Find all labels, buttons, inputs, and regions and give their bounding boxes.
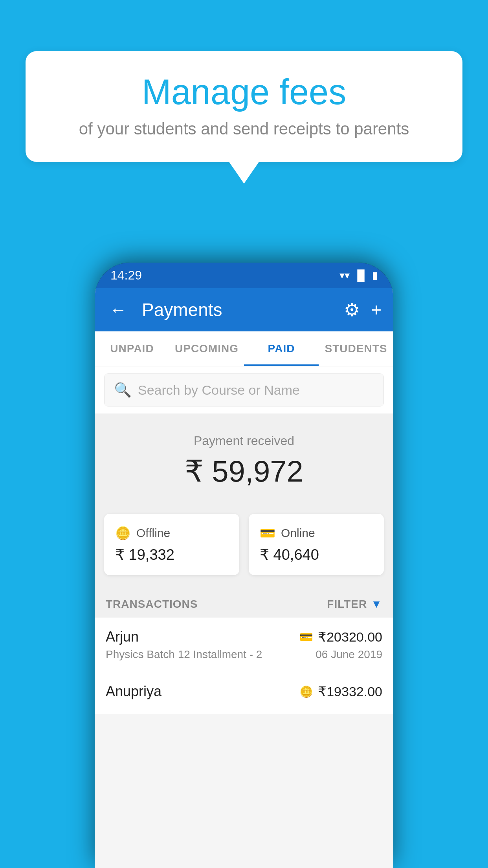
phone-frame: 14:29 ▾▾ ▐▌ ▮ ← Payments ⚙ + UNPAID UPCO… bbox=[95, 263, 393, 868]
back-button[interactable]: ← bbox=[106, 300, 130, 320]
search-placeholder: Search by Course or Name bbox=[138, 383, 300, 398]
battery-icon: ▮ bbox=[372, 269, 378, 281]
bubble-title: Manage fees bbox=[49, 73, 439, 112]
status-bar: 14:29 ▾▾ ▐▌ ▮ bbox=[95, 263, 393, 288]
online-amount: ₹ 40,640 bbox=[260, 546, 373, 563]
app-bar-icons: ⚙ + bbox=[344, 299, 382, 320]
transaction-row[interactable]: Anupriya 🪙 ₹19332.00 bbox=[95, 672, 393, 714]
offline-label: Offline bbox=[136, 526, 170, 540]
offline-amount: ₹ 19,332 bbox=[115, 546, 228, 563]
wifi-icon: ▾▾ bbox=[339, 269, 350, 281]
tab-upcoming[interactable]: UPCOMING bbox=[169, 331, 244, 366]
transactions-label: TRANSACTIONS bbox=[106, 598, 198, 611]
cards-row: 🪙 Offline ₹ 19,332 💳 Online ₹ 40,640 bbox=[95, 504, 393, 587]
online-icon: 💳 bbox=[260, 526, 275, 541]
online-card: 💳 Online ₹ 40,640 bbox=[249, 514, 384, 575]
transaction-name: Arjun bbox=[106, 629, 139, 645]
search-inner[interactable]: 🔍 Search by Course or Name bbox=[104, 373, 384, 406]
transaction-row[interactable]: Arjun 💳 ₹20320.00 Physics Batch 12 Insta… bbox=[95, 618, 393, 672]
offline-card: 🪙 Offline ₹ 19,332 bbox=[104, 514, 239, 575]
online-payment-icon: 💳 bbox=[299, 631, 313, 644]
transaction-amount: ₹20320.00 bbox=[318, 629, 382, 645]
transaction-top-2: Anupriya 🪙 ₹19332.00 bbox=[106, 683, 382, 700]
tab-unpaid[interactable]: UNPAID bbox=[95, 331, 169, 366]
filter-button[interactable]: FILTER ▼ bbox=[327, 598, 382, 611]
screen-content: 🔍 Search by Course or Name Payment recei… bbox=[95, 366, 393, 868]
payment-received-amount: ₹ 59,972 bbox=[106, 454, 382, 489]
status-time: 14:29 bbox=[110, 268, 142, 283]
transaction-amount-row: 💳 ₹20320.00 bbox=[299, 629, 382, 645]
app-title: Payments bbox=[142, 299, 336, 320]
tab-students[interactable]: STUDENTS bbox=[319, 331, 393, 366]
transaction-bottom: Physics Batch 12 Installment - 2 06 June… bbox=[106, 648, 382, 661]
bubble-subtitle: of your students and send receipts to pa… bbox=[49, 120, 439, 138]
offline-icon: 🪙 bbox=[115, 526, 131, 541]
search-bar: 🔍 Search by Course or Name bbox=[95, 366, 393, 414]
status-icons: ▾▾ ▐▌ ▮ bbox=[339, 269, 378, 281]
speech-bubble: Manage fees of your students and send re… bbox=[26, 51, 462, 162]
settings-icon[interactable]: ⚙ bbox=[344, 299, 360, 320]
tabs: UNPAID UPCOMING PAID STUDENTS bbox=[95, 331, 393, 366]
transactions-header: TRANSACTIONS FILTER ▼ bbox=[95, 587, 393, 618]
transaction-name-2: Anupriya bbox=[106, 683, 161, 700]
add-button[interactable]: + bbox=[371, 299, 382, 320]
transaction-amount-2: ₹19332.00 bbox=[318, 684, 382, 699]
speech-bubble-container: Manage fees of your students and send re… bbox=[26, 51, 462, 162]
phone-screen: ← Payments ⚙ + UNPAID UPCOMING PAID STUD… bbox=[95, 288, 393, 868]
signal-icon: ▐▌ bbox=[354, 269, 368, 281]
payment-received-label: Payment received bbox=[106, 434, 382, 448]
transaction-top: Arjun 💳 ₹20320.00 bbox=[106, 629, 382, 645]
offline-payment-icon: 🪙 bbox=[299, 685, 313, 698]
filter-icon: ▼ bbox=[371, 598, 382, 611]
tab-paid[interactable]: PAID bbox=[244, 331, 319, 366]
online-label: Online bbox=[281, 526, 315, 540]
phone-inner: ← Payments ⚙ + UNPAID UPCOMING PAID STUD… bbox=[95, 288, 393, 868]
transaction-date: 06 June 2019 bbox=[316, 648, 382, 661]
transaction-course: Physics Batch 12 Installment - 2 bbox=[106, 648, 262, 661]
online-card-header: 💳 Online bbox=[260, 526, 373, 541]
transaction-amount-row-2: 🪙 ₹19332.00 bbox=[299, 684, 382, 699]
payment-received-section: Payment received ₹ 59,972 bbox=[95, 414, 393, 504]
filter-label: FILTER bbox=[327, 598, 367, 611]
search-icon: 🔍 bbox=[114, 382, 132, 398]
app-bar: ← Payments ⚙ + bbox=[95, 288, 393, 331]
offline-card-header: 🪙 Offline bbox=[115, 526, 228, 541]
